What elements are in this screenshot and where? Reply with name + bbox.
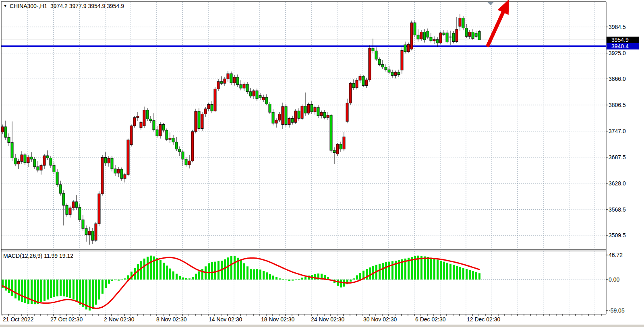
symbol-dropdown-icon[interactable]: ▼ [3,4,7,8]
macd-axis-label[interactable]: -59.05 [609,307,625,314]
time-axis-ticks [2,314,601,316]
time-axis-label[interactable]: 6 Dec 02:30 [415,316,446,323]
ohlc-values: 3974.2 3977.9 3954.9 3954.9 [50,3,124,9]
time-axis-label[interactable]: 30 Nov 02:30 [363,316,397,323]
time-axis-label[interactable]: 2 Nov 02:30 [104,316,135,323]
last-price-tag: 3954.9 [607,37,639,43]
price-axis-label[interactable]: 3687.5 [609,154,626,160]
time-axis-label[interactable]: 24 Nov 02:30 [311,316,344,323]
price-axis-label[interactable]: 3984.5 [609,24,626,30]
macd-histogram [2,256,480,311]
price-axis-ticks [606,27,608,311]
time-axis-label[interactable]: 8 Nov 02:30 [156,316,187,323]
symbol-title: ▼CHINA300-,H1 3974.2 3977.9 3954.9 3954.… [3,3,124,9]
time-axis-label[interactable]: 14 Nov 02:30 [209,316,242,323]
mt4-chart-window: ▼CHINA300-,H1 3974.2 3977.9 3954.9 3954.… [0,0,644,327]
candles-group [1,14,480,245]
macd-axis-label[interactable]: 46.72 [609,252,623,258]
price-axis-label[interactable]: 3747.0 [609,128,626,134]
chart-surface[interactable] [0,0,644,327]
price-axis-label[interactable]: 3866.0 [609,76,626,82]
panel-borders [1,2,606,314]
macd-indicator-label: MACD(12,26,9) 11.99 19.12 [3,253,73,259]
macd-axis-label[interactable]: 0.00 [609,276,619,283]
price-axis-label[interactable]: 3509.5 [609,232,626,239]
price-axis-label[interactable]: 3925.0 [609,50,626,56]
grid-vertical [28,2,595,314]
time-axis-label[interactable]: 21 Oct 2022 [3,316,33,323]
price-axis-label[interactable]: 3568.5 [609,206,626,213]
time-axis-label[interactable]: 12 Dec 02:30 [467,316,500,323]
grid-horizontal [2,27,606,280]
time-axis-label[interactable]: 18 Nov 02:30 [261,316,294,323]
price-axis-label[interactable]: 3628.0 [609,180,626,187]
price-axis-label[interactable]: 3806.5 [609,102,626,108]
symbol-period-label: CHINA300-,H1 [10,3,47,9]
time-axis-label[interactable]: 27 Oct 02:30 [50,316,83,323]
window-bottom-strip [0,325,644,327]
blue-line-price-tag: 3940.4 [607,43,639,49]
autoscroll-marker-icon[interactable] [487,2,494,5]
trend-arrow[interactable] [487,0,509,47]
